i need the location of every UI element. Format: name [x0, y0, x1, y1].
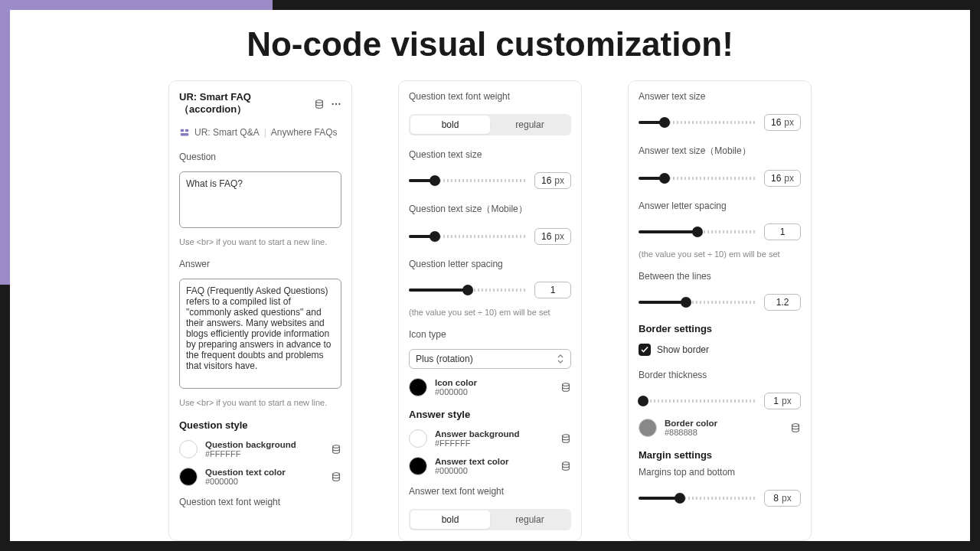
segment-regular[interactable]: regular — [490, 116, 570, 134]
border-thick-slider[interactable] — [639, 399, 756, 403]
q-font-weight-label-cut: Question text font weight — [179, 497, 341, 507]
block-subtitle: UR: Smart Q&A | Anywhere FAQs — [179, 127, 341, 138]
svg-rect-4 — [181, 129, 184, 132]
svg-point-0 — [316, 99, 323, 103]
database-icon[interactable] — [560, 461, 571, 471]
question-label: Question — [179, 152, 341, 162]
question-input[interactable] — [179, 171, 341, 228]
page-title: No-code visual customization! — [10, 25, 970, 64]
database-icon[interactable] — [314, 99, 325, 109]
line-input[interactable]: 1.2 — [764, 294, 801, 311]
q-font-weight-toggle[interactable]: bold regular — [409, 114, 571, 135]
svg-point-11 — [563, 462, 570, 465]
svg-point-7 — [333, 445, 340, 448]
svg-rect-6 — [181, 133, 189, 136]
swatch-black — [179, 468, 198, 486]
block-title: UR: Smart FAQ（accordion） — [179, 91, 314, 116]
database-icon[interactable] — [331, 444, 341, 455]
answer-color-row[interactable]: Answer text color #000000 — [409, 457, 571, 475]
question-helper: Use <br> if you want to start a new line… — [179, 237, 341, 246]
question-bg-row[interactable]: Question background #FFFFFF — [179, 440, 341, 458]
question-style-title: Question style — [179, 419, 341, 431]
panel-right: Answer text size 16px Answer text size（M… — [628, 80, 812, 541]
svg-point-1 — [332, 103, 333, 104]
swatch-black — [409, 378, 427, 396]
panel-middle: Question text font weight bold regular Q… — [398, 80, 582, 541]
q-size-slider[interactable] — [409, 179, 527, 182]
swatch-black — [409, 457, 427, 475]
show-border-checkbox[interactable] — [639, 344, 651, 356]
margin-input[interactable]: 8px — [764, 490, 801, 507]
chevron-updown-icon — [557, 354, 564, 364]
a-font-weight-toggle[interactable]: bold regular — [409, 509, 571, 530]
database-icon[interactable] — [560, 433, 571, 444]
icon-color-row[interactable]: Icon color #000000 — [409, 378, 571, 396]
panel-left: UR: Smart FAQ（accordion） UR: Smart Q&A |… — [168, 80, 352, 541]
database-icon[interactable] — [560, 382, 571, 393]
q-size-input[interactable]: 16px — [534, 172, 571, 189]
answer-label: Answer — [179, 259, 341, 269]
a-spacing-input[interactable]: 1 — [764, 223, 801, 240]
border-color-row[interactable]: Border color #888888 — [639, 419, 801, 437]
a-size-input[interactable]: 16px — [764, 114, 801, 131]
segment-bold[interactable]: bold — [410, 116, 490, 134]
svg-rect-5 — [185, 129, 188, 132]
svg-point-9 — [563, 383, 570, 386]
a-size-slider[interactable] — [639, 121, 756, 124]
svg-point-12 — [792, 424, 799, 427]
segment-bold[interactable]: bold — [410, 510, 490, 529]
answer-input[interactable] — [179, 279, 341, 389]
line-slider[interactable] — [639, 301, 756, 304]
a-size-m-input[interactable]: 16px — [764, 170, 801, 187]
database-icon[interactable] — [331, 471, 341, 482]
app-icon — [179, 127, 190, 138]
database-icon[interactable] — [790, 422, 801, 433]
more-icon[interactable] — [331, 99, 341, 109]
icon-type-select[interactable]: Plus (rotation) — [409, 349, 571, 369]
svg-point-8 — [333, 473, 340, 476]
a-size-m-slider[interactable] — [639, 177, 756, 180]
margin-slider[interactable] — [639, 497, 756, 500]
answer-bg-row[interactable]: Answer background #FFFFFF — [409, 429, 571, 448]
border-thick-input[interactable]: 1px — [764, 393, 801, 409]
svg-point-2 — [335, 103, 337, 104]
a-spacing-slider[interactable] — [639, 230, 756, 233]
swatch-white — [409, 429, 427, 448]
swatch-white — [179, 440, 198, 458]
q-spacing-slider[interactable] — [409, 289, 527, 292]
question-color-row[interactable]: Question text color #000000 — [179, 468, 341, 486]
q-spacing-input[interactable]: 1 — [534, 282, 571, 298]
segment-regular[interactable]: regular — [490, 510, 570, 529]
q-size-m-slider[interactable] — [409, 235, 527, 238]
svg-point-3 — [338, 103, 340, 104]
answer-helper: Use <br> if you want to start a new line… — [179, 398, 341, 407]
q-size-m-input[interactable]: 16px — [534, 228, 571, 245]
swatch-gray — [639, 419, 657, 437]
svg-point-10 — [563, 435, 570, 438]
